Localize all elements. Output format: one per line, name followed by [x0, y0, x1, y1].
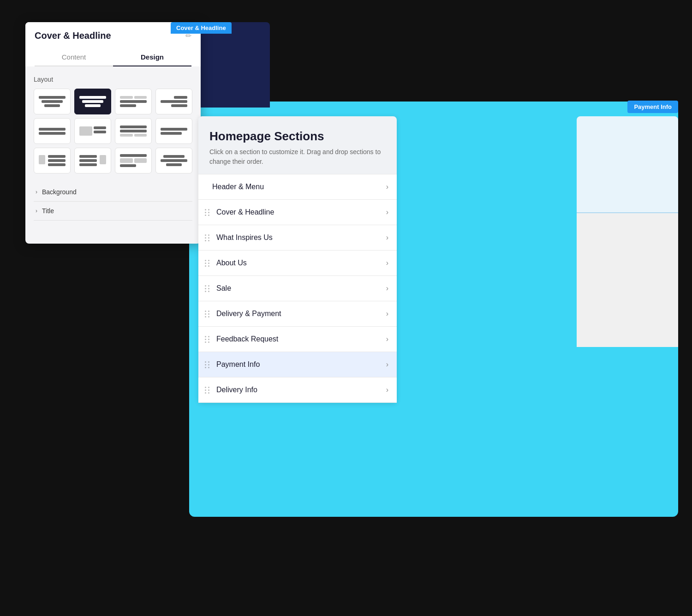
- section-label-delivery-info: Delivery Info: [216, 386, 386, 394]
- section-label-about-us: About Us: [216, 259, 386, 267]
- section-label-sale: Sale: [216, 284, 386, 293]
- drag-handle-delivery-info: [205, 387, 210, 394]
- sections-panel-subtitle: Click on a section to customize it. Drag…: [209, 147, 386, 167]
- chevron-delivery-payment-icon: ›: [386, 310, 388, 318]
- layout-option-9[interactable]: [34, 148, 71, 173]
- section-label-what-inspires-us: What Inspires Us: [216, 233, 386, 242]
- chevron-payment-info-icon: ›: [386, 360, 388, 369]
- layout-option-1[interactable]: [34, 89, 71, 114]
- accordion-background-label: Background: [42, 188, 77, 196]
- panel-left-body: Layout: [25, 66, 201, 230]
- section-label-delivery-payment: Delivery & Payment: [216, 310, 386, 318]
- drag-handle-about-us: [205, 260, 210, 267]
- section-label-payment-info: Payment Info: [216, 360, 386, 369]
- accordion-title[interactable]: › Title: [34, 202, 192, 221]
- section-item-feedback-request[interactable]: Feedback Request ›: [198, 327, 397, 352]
- drag-handle-payment-info: [205, 361, 210, 368]
- payment-info-badge: Payment Info: [627, 101, 678, 113]
- right-panel-top: [577, 116, 678, 213]
- section-item-header-menu[interactable]: Header & Menu ›: [198, 174, 397, 200]
- drag-handle-delivery-payment: [205, 311, 210, 317]
- layout-option-2-selected[interactable]: [74, 89, 111, 114]
- section-item-delivery-payment[interactable]: Delivery & Payment ›: [198, 301, 397, 327]
- layout-grid: [34, 89, 192, 173]
- drag-handle-what-inspires: [205, 234, 210, 241]
- layout-option-6[interactable]: [74, 118, 111, 144]
- layout-label: Layout: [34, 76, 192, 83]
- drag-handle-feedback-request: [205, 336, 210, 343]
- cover-headline-panel: Cover & Headline ✏ Content Design Layout: [25, 22, 201, 244]
- chevron-what-inspires-icon: ›: [386, 233, 388, 242]
- section-label-cover-headline: Cover & Headline: [216, 208, 386, 216]
- section-item-delivery-info[interactable]: Delivery Info ›: [198, 377, 397, 403]
- layout-option-10[interactable]: [74, 148, 111, 173]
- drag-handle-sale: [205, 285, 210, 292]
- section-item-cover-headline[interactable]: Cover & Headline ›: [198, 200, 397, 225]
- section-item-payment-info[interactable]: Payment Info ›: [198, 352, 397, 377]
- panel-tabs: Content Design: [35, 48, 191, 66]
- chevron-about-us-icon: ›: [386, 259, 388, 267]
- layout-option-12[interactable]: [155, 148, 192, 173]
- sections-panel-title: Homepage Sections: [209, 129, 386, 144]
- chevron-sale-icon: ›: [386, 284, 388, 293]
- chevron-header-menu-icon: ›: [386, 183, 388, 191]
- chevron-feedback-request-icon: ›: [386, 335, 388, 343]
- layout-option-11[interactable]: [115, 148, 152, 173]
- chevron-delivery-info-icon: ›: [386, 386, 388, 394]
- layout-option-8[interactable]: [155, 118, 192, 144]
- tab-design[interactable]: Design: [113, 48, 191, 66]
- accordion-title-label: Title: [42, 207, 54, 215]
- layout-option-3[interactable]: [115, 89, 152, 114]
- chevron-background-icon: ›: [36, 189, 37, 195]
- panel-title-row: Cover & Headline ✏: [35, 30, 191, 41]
- tab-content[interactable]: Content: [35, 48, 113, 66]
- layout-option-7[interactable]: [115, 118, 152, 144]
- sections-list: Header & Menu › Cover & Headline › What …: [198, 174, 397, 403]
- design-accordion: › Background › Title: [34, 183, 192, 221]
- layout-option-5[interactable]: [34, 118, 71, 144]
- right-partial-panel: [577, 116, 678, 347]
- chevron-title-icon: ›: [36, 208, 37, 214]
- right-panel-bottom: [577, 213, 678, 347]
- homepage-sections-panel: Homepage Sections Click on a section to …: [198, 116, 397, 403]
- section-label-header-menu: Header & Menu: [212, 183, 386, 191]
- panel-title: Cover & Headline: [35, 30, 111, 41]
- cover-headline-badge: Cover & Headline: [171, 22, 232, 34]
- section-label-feedback-request: Feedback Request: [216, 335, 386, 343]
- accordion-background[interactable]: › Background: [34, 183, 192, 202]
- layout-option-4[interactable]: [155, 89, 192, 114]
- chevron-cover-headline-icon: ›: [386, 208, 388, 216]
- drag-handle-cover-headline: [205, 209, 210, 216]
- section-item-sale[interactable]: Sale ›: [198, 276, 397, 301]
- section-item-what-inspires-us[interactable]: What Inspires Us ›: [198, 225, 397, 251]
- section-item-about-us[interactable]: About Us ›: [198, 251, 397, 276]
- sections-header: Homepage Sections Click on a section to …: [198, 116, 397, 174]
